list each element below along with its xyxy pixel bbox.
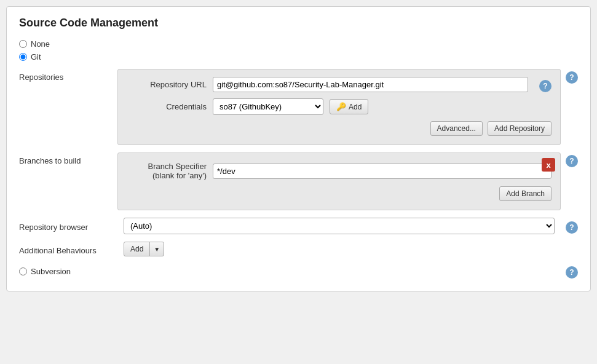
git-label[interactable]: Git — [31, 52, 41, 61]
repo-url-help-icon[interactable]: ? — [539, 80, 552, 92]
page-title: Source Code Management — [19, 17, 578, 30]
branches-content: x Branch Specifier (blank for 'any') Add… — [117, 152, 561, 210]
credentials-select[interactable]: so87 (GithubKey) — [213, 98, 323, 115]
repositories-section: Repositories Repository URL ? Credential… — [19, 69, 578, 145]
additional-behaviours-label: Additional Behaviours — [19, 243, 117, 255]
branch-specifier-row: Branch Specifier (blank for 'any') — [127, 162, 552, 180]
add-repository-button[interactable]: Add Repository — [488, 121, 552, 136]
none-label[interactable]: None — [31, 39, 50, 49]
repo-url-row: Repository URL ? — [127, 77, 552, 92]
repositories-help-icon[interactable]: ? — [566, 71, 578, 84]
scm-options: None Git — [19, 39, 578, 61]
repo-browser-help-icon[interactable]: ? — [566, 221, 578, 234]
additional-behaviours-section: Additional Behaviours Add ▼ — [19, 242, 578, 256]
branch-specifier-label: Branch Specifier (blank for 'any') — [127, 162, 207, 180]
git-radio[interactable] — [19, 53, 27, 61]
git-radio-row: Git — [19, 52, 578, 61]
add-credentials-button[interactable]: 🔑 Add — [330, 99, 368, 114]
subversion-section: Subversion ? — [19, 264, 578, 279]
repositories-content: Repository URL ? Credentials so87 (Githu… — [117, 69, 561, 145]
remove-branch-button[interactable]: x — [542, 158, 555, 172]
subversion-help-icon[interactable]: ? — [566, 266, 578, 279]
credentials-row: Credentials so87 (GithubKey) 🔑 Add — [127, 98, 552, 115]
none-radio-row: None — [19, 39, 578, 49]
add-behaviour-label[interactable]: Add — [124, 242, 150, 256]
credentials-label: Credentials — [127, 102, 207, 111]
subversion-label[interactable]: Subversion — [31, 267, 71, 276]
repositories-label: Repositories — [19, 69, 117, 82]
repo-browser-label: Repository browser — [19, 220, 117, 232]
branches-section: Branches to build x Branch Specifier (bl… — [19, 152, 578, 210]
add-behaviour-button[interactable]: Add ▼ — [124, 242, 164, 256]
branches-help-icon[interactable]: ? — [566, 155, 578, 167]
add-behaviour-arrow[interactable]: ▼ — [150, 242, 164, 256]
branch-buttons-row: Add Branch — [127, 186, 552, 201]
add-branch-button[interactable]: Add Branch — [499, 186, 552, 201]
repo-url-input[interactable] — [213, 77, 528, 92]
key-icon: 🔑 — [336, 102, 346, 111]
repo-buttons-row: Advanced... Add Repository — [127, 121, 552, 136]
branches-label: Branches to build — [19, 152, 117, 165]
branch-specifier-input[interactable] — [213, 164, 552, 179]
add-credentials-label: Add — [349, 103, 362, 111]
none-radio[interactable] — [19, 40, 27, 48]
advanced-button[interactable]: Advanced... — [430, 121, 483, 136]
repo-browser-select[interactable]: (Auto) — [124, 218, 555, 234]
subversion-radio[interactable] — [19, 267, 27, 275]
repo-browser-section: Repository browser (Auto) ? — [19, 218, 578, 234]
repo-url-label: Repository URL — [127, 80, 207, 89]
